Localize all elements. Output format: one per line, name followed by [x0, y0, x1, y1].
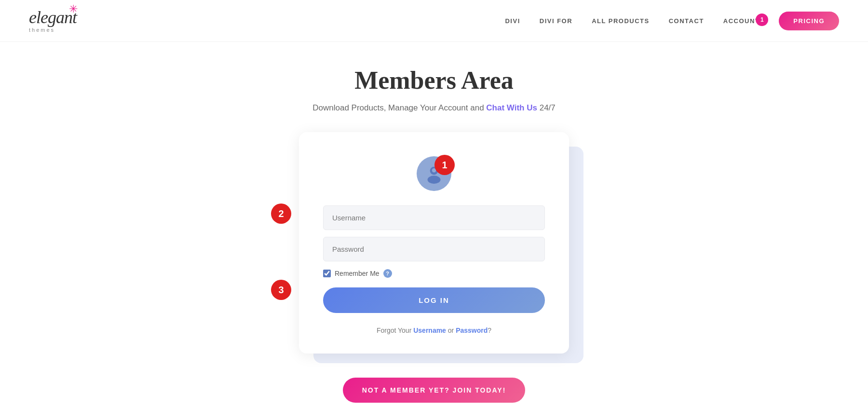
forgot-text: Forgot Your Username or Password? — [323, 326, 545, 334]
pricing-button[interactable]: PRICING — [779, 12, 839, 30]
svg-point-1 — [428, 176, 441, 184]
nav-account-wrapper: ACCOUNT 1 — [723, 17, 760, 25]
join-button[interactable]: NOT A MEMBER YET? JOIN TODAY! — [343, 378, 526, 403]
remember-me-label: Remember Me — [335, 270, 380, 277]
logo[interactable]: elegan✳t themes — [29, 9, 77, 33]
chat-link[interactable]: Chat With Us — [486, 103, 537, 112]
password-input[interactable] — [323, 237, 545, 261]
login-form: Remember Me ? LOG IN Forgot Your Usernam… — [323, 205, 545, 334]
username-input[interactable] — [323, 205, 545, 230]
nav-all-products[interactable]: ALL PRODUCTS — [592, 17, 650, 25]
remember-me-row: Remember Me ? — [323, 269, 545, 278]
subtitle-after: 24/7 — [537, 103, 556, 112]
login-button[interactable]: LOG IN — [323, 287, 545, 313]
forgot-username-link[interactable]: Username — [413, 326, 446, 334]
header: elegan✳t themes DIVI DIVI FOR ALL PRODUC… — [0, 0, 868, 42]
logo-sub: themes — [29, 27, 55, 33]
main-nav: DIVI DIVI FOR ALL PRODUCTS CONTACT ACCOU… — [505, 12, 839, 30]
login-card: Remember Me ? LOG IN Forgot Your Usernam… — [299, 132, 569, 354]
help-icon[interactable]: ? — [383, 269, 392, 278]
remember-me-checkbox[interactable] — [323, 270, 331, 277]
page-title: Members Area — [354, 66, 514, 95]
nav-account[interactable]: ACCOUNT — [723, 17, 760, 25]
forgot-middle: or — [446, 326, 456, 334]
login-wrapper: 1 2 3 Remember Me — [299, 132, 569, 354]
main-content: Members Area Download Products, Manage Y… — [0, 42, 868, 408]
nav-contact[interactable]: CONTACT — [669, 17, 704, 25]
svg-point-2 — [432, 168, 436, 172]
forgot-password-link[interactable]: Password — [456, 326, 488, 334]
page-subtitle: Download Products, Manage Your Account a… — [312, 103, 556, 113]
logo-text: elegan✳t — [29, 8, 77, 27]
annotation-badge-3: 3 — [271, 280, 291, 300]
user-avatar — [417, 156, 451, 191]
forgot-before: Forgot Your — [377, 326, 413, 334]
nav-divi[interactable]: DIVI — [505, 17, 520, 25]
user-icon — [424, 163, 444, 184]
account-badge: 1 — [756, 14, 768, 26]
subtitle-before: Download Products, Manage Your Account a… — [312, 103, 486, 112]
annotation-badge-2: 2 — [271, 204, 291, 224]
forgot-after: ? — [488, 326, 491, 334]
nav-divi-for[interactable]: DIVI FOR — [540, 17, 572, 25]
